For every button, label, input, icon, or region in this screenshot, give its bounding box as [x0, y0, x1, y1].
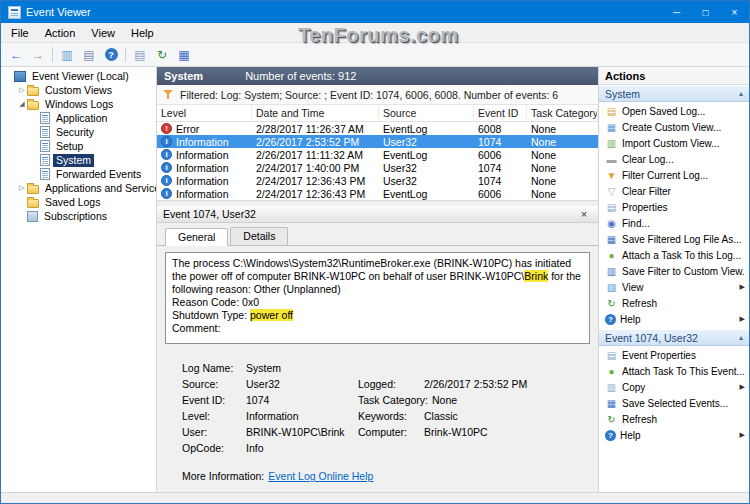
forward-icon[interactable]: →	[27, 45, 49, 65]
action-copy[interactable]: ▥Copy▶	[599, 379, 749, 395]
action-help[interactable]: ?Help▶	[599, 427, 749, 443]
save-icon[interactable]: ▦	[173, 45, 195, 65]
log-icon	[40, 140, 50, 152]
tree-item-label: Application	[53, 112, 110, 125]
tree-item-forwarded-events[interactable]: Forwarded Events	[1, 167, 156, 181]
actions-section-header-event-1074-user32[interactable]: Event 1074, User32▴	[599, 329, 749, 346]
action-event-properties[interactable]: ▤Event Properties	[599, 347, 749, 363]
menu-action[interactable]: Action	[37, 25, 84, 41]
clear-log-icon: ▬	[605, 153, 618, 165]
filter-text: Filtered: Log: System; Source: ; Event I…	[180, 89, 558, 101]
detail-tabs: GeneralDetails	[157, 223, 598, 246]
tree-expander-icon[interactable]: ◢	[17, 100, 27, 108]
minimize-button[interactable]: ─	[662, 1, 691, 23]
filter-bar: Filtered: Log: System; Source: ; Event I…	[157, 85, 598, 105]
column-header-event-id[interactable]: Event ID	[474, 105, 527, 121]
action-clear-log[interactable]: ▬Clear Log...	[599, 151, 749, 167]
field-label: Logged:	[358, 378, 424, 390]
action-attach-task-to-this-event[interactable]: ●Attach Task To This Event...	[599, 363, 749, 379]
field-value: None	[432, 394, 590, 406]
create-custom-view-icon: ▦	[605, 121, 618, 133]
maximize-button[interactable]: □	[691, 1, 720, 23]
view-icon: ▨	[605, 281, 618, 293]
close-preview-icon[interactable]: ×	[576, 208, 592, 220]
tree-item-custom-views[interactable]: ▷Custom Views	[1, 83, 156, 97]
folder-icon	[27, 199, 39, 208]
attach-task-event-icon: ●	[605, 365, 618, 377]
help-icon: ?	[605, 314, 616, 325]
tab-general[interactable]: General	[165, 228, 228, 246]
action-find[interactable]: ◉Find...	[599, 215, 749, 231]
refresh-icon[interactable]: ↻	[151, 45, 173, 65]
column-header-source[interactable]: Source	[379, 105, 474, 121]
submenu-arrow-icon: ▶	[740, 431, 745, 439]
action-refresh[interactable]: ↻Refresh	[599, 411, 749, 427]
detail-field-row: Event ID:1074Task Category:None	[182, 392, 590, 408]
action-refresh[interactable]: ↻Refresh	[599, 295, 749, 311]
action-save-selected-events[interactable]: ▦Save Selected Events...	[599, 395, 749, 411]
back-icon[interactable]: ←	[5, 45, 27, 65]
tree-item-windows-logs[interactable]: ◢Windows Logs	[1, 97, 156, 111]
event-row[interactable]: iInformation2/26/2017 2:53:52 PMUser3210…	[157, 135, 598, 148]
tab-details[interactable]: Details	[230, 227, 288, 245]
event-row[interactable]: iInformation2/24/2017 12:36:43 PMUser321…	[157, 174, 598, 187]
action-save-filtered-log-file-as[interactable]: ▦Save Filtered Log File As...	[599, 231, 749, 247]
tree-item-label: Applications and Services Logs	[42, 182, 156, 195]
column-header-level[interactable]: Level	[157, 105, 252, 121]
tree-item-setup[interactable]: Setup	[1, 139, 156, 153]
export-list-icon[interactable]: ▤	[78, 45, 100, 65]
menu-file[interactable]: File	[3, 25, 37, 41]
actions-section-header-system[interactable]: System▴	[599, 85, 749, 102]
preview-title: Event 1074, User32	[163, 208, 256, 220]
app-icon[interactable]	[8, 6, 21, 19]
tree-item-label: Forwarded Events	[53, 168, 144, 181]
information-icon: i	[161, 188, 172, 199]
action-open-saved-log[interactable]: ▤Open Saved Log...	[599, 103, 749, 119]
event-log-online-help-link[interactable]: Event Log Online Help	[268, 470, 373, 482]
action-view[interactable]: ▨View▶	[599, 279, 749, 295]
tree-item-system[interactable]: System	[1, 153, 156, 167]
column-header-task-category[interactable]: Task Category	[527, 105, 598, 121]
collapse-icon[interactable]: ▴	[739, 89, 743, 98]
tree-expander-icon[interactable]: ▷	[17, 86, 27, 94]
action-create-custom-view[interactable]: ▦Create Custom View...	[599, 119, 749, 135]
log-icon	[40, 154, 50, 166]
properties-icon[interactable]: ▤	[129, 45, 151, 65]
action-filter-current-log[interactable]: ▼Filter Current Log...	[599, 167, 749, 183]
properties-icon: ▤	[605, 201, 618, 213]
action-properties[interactable]: ▤Properties	[599, 199, 749, 215]
actions-pane: Actions System▴▤Open Saved Log...▦Create…	[599, 67, 749, 492]
tree-expander-icon[interactable]: ▷	[17, 184, 27, 192]
help-icon: ?	[605, 430, 616, 441]
tree-item-event-viewer-local[interactable]: Event Viewer (Local)	[1, 69, 156, 83]
event-row[interactable]: iInformation2/24/2017 1:40:00 PMUser3210…	[157, 161, 598, 174]
action-save-filter-to-custom-view[interactable]: ▥Save Filter to Custom View...	[599, 263, 749, 279]
help-icon[interactable]: ?	[100, 45, 122, 65]
save-selected-events-icon: ▦	[605, 397, 618, 409]
console-tree: Event Viewer (Local)▷Custom Views◢Window…	[1, 67, 157, 492]
field-label: Task Category:	[358, 394, 432, 406]
event-row[interactable]: iInformation2/24/2017 12:36:43 PMEventLo…	[157, 187, 598, 200]
tree-item-subscriptions[interactable]: Subscriptions	[1, 209, 156, 223]
action-import-custom-view[interactable]: ▥Import Custom View...	[599, 135, 749, 151]
event-row[interactable]: !Error2/28/2017 11:26:37 AMEventLog6008N…	[157, 122, 598, 135]
action-attach-a-task-to-this-log[interactable]: ●Attach a Task To this Log...	[599, 247, 749, 263]
log-icon	[40, 126, 50, 138]
close-button[interactable]: ×	[720, 1, 749, 23]
action-help[interactable]: ?Help▶	[599, 311, 749, 327]
menu-view[interactable]: View	[83, 25, 123, 41]
main-area: Event Viewer (Local)▷Custom Views◢Window…	[1, 67, 749, 492]
tree-item-applications-and-services-logs[interactable]: ▷Applications and Services Logs	[1, 181, 156, 195]
show-console-tree-icon[interactable]: ▥	[56, 45, 78, 65]
collapse-icon[interactable]: ▴	[739, 333, 743, 342]
tree-item-saved-logs[interactable]: Saved Logs	[1, 195, 156, 209]
detail-field-row: User:BRINK-W10PC\BrinkComputer:Brink-W10…	[182, 424, 590, 440]
event-row[interactable]: iInformation2/26/2017 11:11:32 AMEventLo…	[157, 148, 598, 161]
column-header-date-and-time[interactable]: Date and Time	[252, 105, 379, 121]
tree-item-security[interactable]: Security	[1, 125, 156, 139]
field-label: Keywords:	[358, 410, 424, 422]
tree-item-application[interactable]: Application	[1, 111, 156, 125]
menu-help[interactable]: Help	[123, 25, 162, 41]
actions-section-title: Event 1074, User32	[605, 332, 739, 344]
action-clear-filter[interactable]: ▽Clear Filter	[599, 183, 749, 199]
